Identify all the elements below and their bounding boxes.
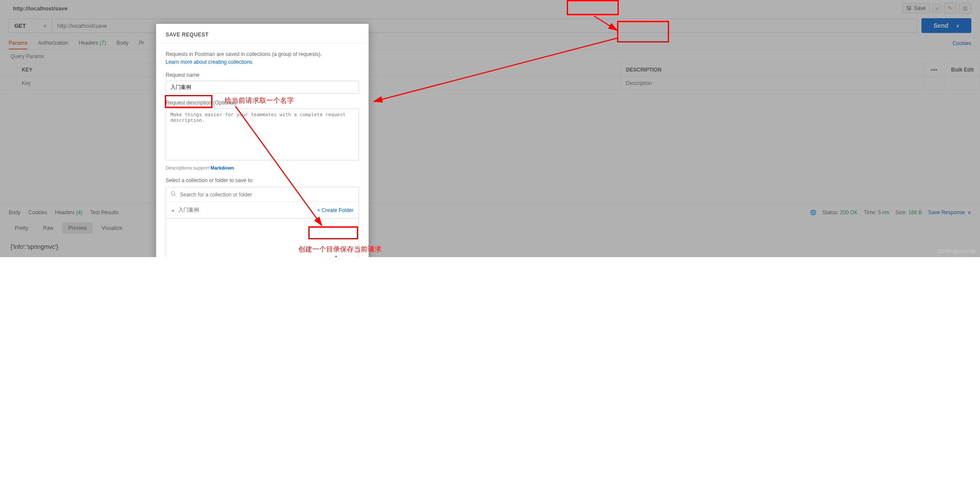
- search-input[interactable]: [180, 192, 354, 198]
- desc-hint: Descriptions support Markdown: [166, 165, 359, 170]
- svg-line-1: [174, 195, 176, 196]
- search-icon: [170, 191, 176, 198]
- collection-search[interactable]: [166, 187, 359, 202]
- svg-point-0: [171, 192, 175, 195]
- folder-name: 入门案例: [178, 206, 317, 214]
- request-name-label: Request name: [166, 72, 359, 78]
- request-name-input[interactable]: [166, 81, 359, 94]
- select-collection-label: Select a collection or folder to save to…: [166, 177, 359, 183]
- folder-contents: [166, 219, 359, 257]
- modal-help-text: Requests in Postman are saved in collect…: [166, 50, 359, 66]
- watermark: CSDN @java白杨: [938, 248, 976, 255]
- create-folder-link[interactable]: + Create Folder: [317, 207, 353, 213]
- modal-overlay: [0, 0, 980, 257]
- modal-title: SAVE REQUEST: [156, 24, 369, 43]
- markdown-link[interactable]: Markdown: [210, 165, 234, 170]
- save-request-modal: SAVE REQUEST Requests in Postman are sav…: [156, 24, 369, 257]
- learn-more-link[interactable]: Learn more about creating collections: [166, 59, 252, 65]
- request-desc-input[interactable]: [166, 108, 359, 160]
- back-icon[interactable]: ◂: [171, 207, 174, 213]
- folder-row[interactable]: ◂ 入门案例 + Create Folder: [166, 202, 359, 219]
- request-desc-label: Request description (Optional): [166, 100, 359, 106]
